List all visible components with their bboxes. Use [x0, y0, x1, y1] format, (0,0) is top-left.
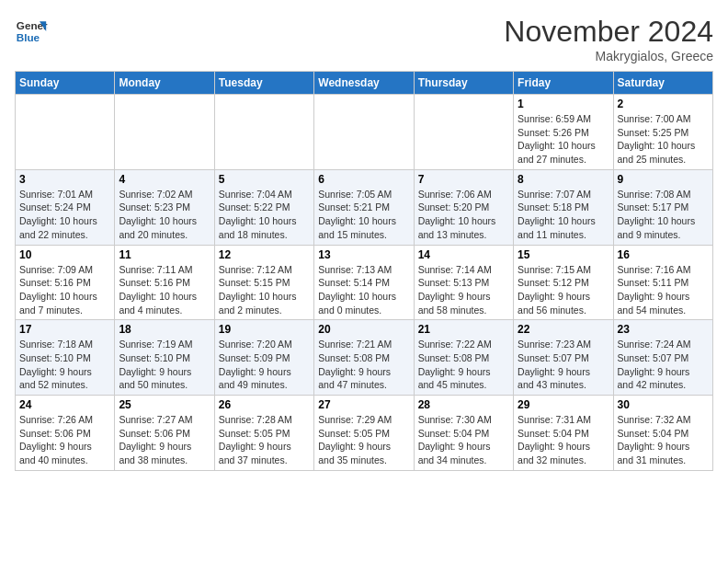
day-number: 18 — [119, 323, 210, 336]
day-number: 19 — [219, 323, 310, 336]
calendar-cell: 5Sunrise: 7:04 AM Sunset: 5:22 PM Daylig… — [214, 169, 313, 245]
calendar-cell: 11Sunrise: 7:11 AM Sunset: 5:16 PM Dayli… — [115, 245, 214, 320]
calendar-cell: 27Sunrise: 7:29 AM Sunset: 5:05 PM Dayli… — [314, 396, 414, 471]
calendar-cell: 15Sunrise: 7:15 AM Sunset: 5:12 PM Dayli… — [514, 245, 613, 320]
day-info: Sunrise: 7:26 AM Sunset: 5:06 PM Dayligh… — [19, 413, 110, 467]
calendar-cell — [115, 95, 214, 170]
month-title: November 2024 — [504, 15, 713, 49]
weekday-header-friday: Friday — [514, 72, 613, 95]
day-number: 12 — [219, 248, 310, 261]
day-info: Sunrise: 7:07 AM Sunset: 5:18 PM Dayligh… — [518, 188, 609, 242]
weekday-header-row: SundayMondayTuesdayWednesdayThursdayFrid… — [16, 72, 713, 95]
day-number: 15 — [518, 248, 609, 261]
calendar-cell: 1Sunrise: 6:59 AM Sunset: 5:26 PM Daylig… — [514, 95, 613, 170]
day-info: Sunrise: 7:02 AM Sunset: 5:23 PM Dayligh… — [119, 188, 210, 242]
calendar-cell — [414, 95, 513, 170]
calendar-cell: 7Sunrise: 7:06 AM Sunset: 5:20 PM Daylig… — [414, 169, 513, 245]
calendar-cell: 29Sunrise: 7:31 AM Sunset: 5:04 PM Dayli… — [514, 396, 613, 471]
calendar-cell: 9Sunrise: 7:08 AM Sunset: 5:17 PM Daylig… — [613, 169, 712, 245]
weekday-header-tuesday: Tuesday — [214, 72, 313, 95]
calendar-cell: 25Sunrise: 7:27 AM Sunset: 5:06 PM Dayli… — [115, 396, 214, 471]
day-info: Sunrise: 7:13 AM Sunset: 5:14 PM Dayligh… — [318, 263, 409, 317]
day-info: Sunrise: 7:31 AM Sunset: 5:04 PM Dayligh… — [518, 413, 609, 467]
week-row-4: 17Sunrise: 7:18 AM Sunset: 5:10 PM Dayli… — [16, 320, 713, 396]
calendar-cell: 18Sunrise: 7:19 AM Sunset: 5:10 PM Dayli… — [115, 320, 214, 396]
day-info: Sunrise: 7:21 AM Sunset: 5:08 PM Dayligh… — [318, 338, 409, 392]
day-info: Sunrise: 7:12 AM Sunset: 5:15 PM Dayligh… — [219, 263, 310, 317]
calendar-cell: 26Sunrise: 7:28 AM Sunset: 5:05 PM Dayli… — [214, 396, 313, 471]
calendar-cell: 16Sunrise: 7:16 AM Sunset: 5:11 PM Dayli… — [613, 245, 712, 320]
week-row-5: 24Sunrise: 7:26 AM Sunset: 5:06 PM Dayli… — [16, 396, 713, 471]
day-info: Sunrise: 7:18 AM Sunset: 5:10 PM Dayligh… — [19, 338, 110, 392]
day-number: 27 — [318, 398, 409, 411]
day-info: Sunrise: 7:06 AM Sunset: 5:20 PM Dayligh… — [418, 188, 509, 242]
day-info: Sunrise: 7:28 AM Sunset: 5:05 PM Dayligh… — [219, 413, 310, 467]
day-number: 26 — [219, 398, 310, 411]
day-info: Sunrise: 7:14 AM Sunset: 5:13 PM Dayligh… — [418, 263, 509, 317]
day-info: Sunrise: 7:29 AM Sunset: 5:05 PM Dayligh… — [318, 413, 409, 467]
calendar-cell: 19Sunrise: 7:20 AM Sunset: 5:09 PM Dayli… — [214, 320, 313, 396]
day-number: 22 — [518, 323, 609, 336]
day-number: 10 — [19, 248, 110, 261]
calendar-cell: 24Sunrise: 7:26 AM Sunset: 5:06 PM Dayli… — [16, 396, 115, 471]
day-info: Sunrise: 7:23 AM Sunset: 5:07 PM Dayligh… — [518, 338, 609, 392]
calendar-cell: 3Sunrise: 7:01 AM Sunset: 5:24 PM Daylig… — [16, 169, 115, 245]
calendar-cell: 14Sunrise: 7:14 AM Sunset: 5:13 PM Dayli… — [414, 245, 513, 320]
day-number: 4 — [119, 173, 210, 186]
day-info: Sunrise: 7:00 AM Sunset: 5:25 PM Dayligh… — [618, 112, 709, 167]
day-number: 3 — [19, 173, 110, 186]
calendar-cell: 21Sunrise: 7:22 AM Sunset: 5:08 PM Dayli… — [414, 320, 513, 396]
day-number: 30 — [618, 398, 709, 411]
day-number: 21 — [418, 323, 509, 336]
day-info: Sunrise: 7:19 AM Sunset: 5:10 PM Dayligh… — [119, 338, 210, 392]
page-header: General Blue November 2024 Makrygialos, … — [15, 15, 713, 63]
week-row-3: 10Sunrise: 7:09 AM Sunset: 5:16 PM Dayli… — [16, 245, 713, 320]
day-number: 13 — [318, 248, 409, 261]
calendar-table: SundayMondayTuesdayWednesdayThursdayFrid… — [15, 71, 713, 471]
day-info: Sunrise: 7:22 AM Sunset: 5:08 PM Dayligh… — [418, 338, 509, 392]
weekday-header-thursday: Thursday — [414, 72, 513, 95]
day-number: 24 — [19, 398, 110, 411]
calendar-cell: 17Sunrise: 7:18 AM Sunset: 5:10 PM Dayli… — [16, 320, 115, 396]
logo: General Blue — [15, 15, 48, 48]
calendar-cell: 28Sunrise: 7:30 AM Sunset: 5:04 PM Dayli… — [414, 396, 513, 471]
day-number: 5 — [219, 173, 310, 186]
calendar-cell: 20Sunrise: 7:21 AM Sunset: 5:08 PM Dayli… — [314, 320, 414, 396]
calendar-cell: 8Sunrise: 7:07 AM Sunset: 5:18 PM Daylig… — [514, 169, 613, 245]
svg-text:Blue: Blue — [17, 31, 40, 43]
calendar-cell — [214, 95, 313, 170]
day-info: Sunrise: 7:27 AM Sunset: 5:06 PM Dayligh… — [119, 413, 210, 467]
calendar-cell: 4Sunrise: 7:02 AM Sunset: 5:23 PM Daylig… — [115, 169, 214, 245]
day-info: Sunrise: 7:08 AM Sunset: 5:17 PM Dayligh… — [618, 188, 709, 242]
weekday-header-monday: Monday — [115, 72, 214, 95]
day-info: Sunrise: 7:24 AM Sunset: 5:07 PM Dayligh… — [618, 338, 709, 392]
calendar-cell: 23Sunrise: 7:24 AM Sunset: 5:07 PM Dayli… — [613, 320, 712, 396]
weekday-header-saturday: Saturday — [613, 72, 712, 95]
title-block: November 2024 Makrygialos, Greece — [504, 15, 713, 63]
day-number: 11 — [119, 248, 210, 261]
day-info: Sunrise: 7:04 AM Sunset: 5:22 PM Dayligh… — [219, 188, 310, 242]
day-number: 29 — [518, 398, 609, 411]
day-info: Sunrise: 7:30 AM Sunset: 5:04 PM Dayligh… — [418, 413, 509, 467]
day-number: 2 — [618, 98, 709, 110]
day-info: Sunrise: 7:15 AM Sunset: 5:12 PM Dayligh… — [518, 263, 609, 317]
day-number: 7 — [418, 173, 509, 186]
calendar-cell: 22Sunrise: 7:23 AM Sunset: 5:07 PM Dayli… — [514, 320, 613, 396]
day-number: 8 — [518, 173, 609, 186]
weekday-header-wednesday: Wednesday — [314, 72, 414, 95]
calendar-cell: 2Sunrise: 7:00 AM Sunset: 5:25 PM Daylig… — [613, 95, 712, 170]
day-number: 23 — [618, 323, 709, 336]
day-info: Sunrise: 7:20 AM Sunset: 5:09 PM Dayligh… — [219, 338, 310, 392]
calendar-cell — [314, 95, 414, 170]
week-row-2: 3Sunrise: 7:01 AM Sunset: 5:24 PM Daylig… — [16, 169, 713, 245]
day-number: 14 — [418, 248, 509, 261]
logo-icon: General Blue — [15, 15, 48, 48]
calendar-cell: 10Sunrise: 7:09 AM Sunset: 5:16 PM Dayli… — [16, 245, 115, 320]
weekday-header-sunday: Sunday — [16, 72, 115, 95]
calendar-cell: 12Sunrise: 7:12 AM Sunset: 5:15 PM Dayli… — [214, 245, 313, 320]
day-number: 17 — [19, 323, 110, 336]
calendar-cell: 30Sunrise: 7:32 AM Sunset: 5:04 PM Dayli… — [613, 396, 712, 471]
day-number: 28 — [418, 398, 509, 411]
week-row-1: 1Sunrise: 6:59 AM Sunset: 5:26 PM Daylig… — [16, 95, 713, 170]
day-info: Sunrise: 7:09 AM Sunset: 5:16 PM Dayligh… — [19, 263, 110, 317]
